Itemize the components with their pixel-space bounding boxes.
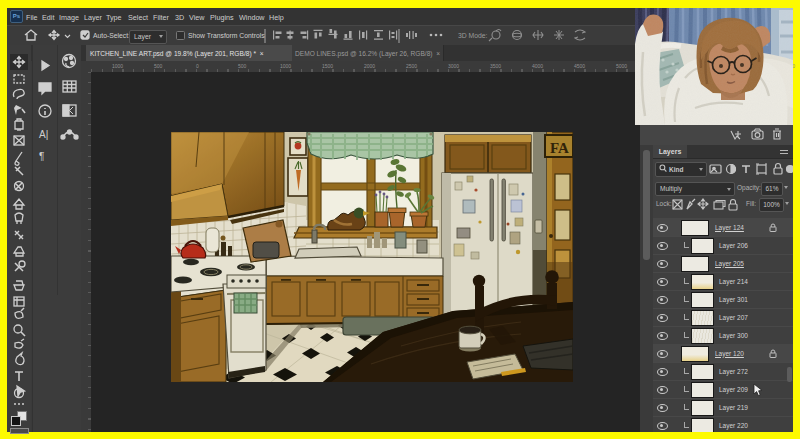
svg-text:¶: ¶ (39, 151, 44, 162)
svg-text:A|: A| (39, 129, 48, 140)
